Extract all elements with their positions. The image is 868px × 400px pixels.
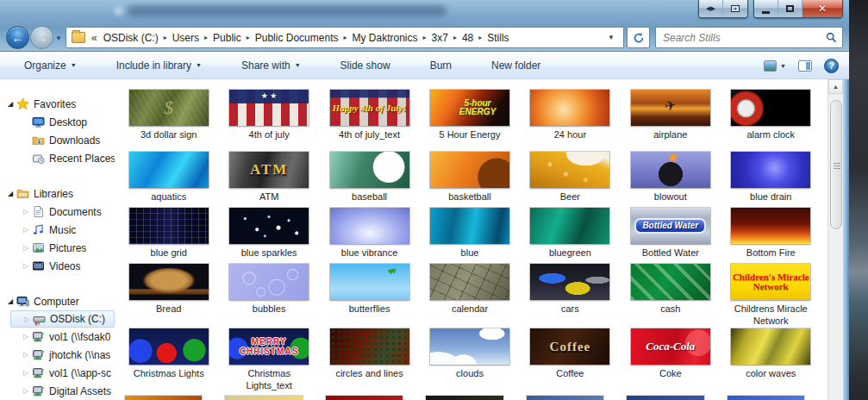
toolbar-button-burn[interactable]: Burn: [425, 56, 457, 75]
change-view-button[interactable]: ▼: [764, 60, 786, 72]
search-input[interactable]: [661, 31, 826, 45]
file-item-cars[interactable]: cars: [527, 264, 614, 328]
file-thumbnail-partial[interactable]: [326, 396, 403, 400]
file-item-airplane[interactable]: ✈airplane: [627, 90, 714, 152]
breadcrumb-item[interactable]: OSDisk (C:): [100, 29, 162, 47]
scrollbar-up-button[interactable]: ▲: [828, 79, 843, 94]
file-item-alarm-clock[interactable]: alarm clock: [727, 90, 815, 152]
file-item-cash[interactable]: cash: [627, 264, 714, 328]
toolbar-button-include-in-library[interactable]: Include in library▼: [111, 56, 207, 75]
toolbar-button-new-folder[interactable]: New folder: [486, 56, 546, 75]
file-item-5-hour-energy[interactable]: 5-hour ENERGY5 Hour Energy: [426, 90, 513, 152]
scrollbar-thumb[interactable]: [830, 100, 842, 229]
expander-collapsed-icon[interactable]: ▷: [21, 333, 31, 341]
breadcrumb-separator-icon[interactable]: ▸: [341, 34, 348, 41]
file-item-24-hour[interactable]: 24 hour: [527, 90, 614, 152]
breadcrumb-item[interactable]: My Daktronics: [349, 29, 422, 47]
expander-expanded-icon[interactable]: ◢: [5, 190, 16, 197]
breadcrumb-item[interactable]: 48: [459, 29, 477, 47]
file-item-bubbles[interactable]: bubbles: [225, 264, 312, 328]
file-item-blue-sparkles[interactable]: blue sparkles: [225, 208, 312, 264]
close-button[interactable]: ✕: [802, 0, 842, 17]
forward-button[interactable]: →: [30, 26, 53, 49]
file-item-bottled-water[interactable]: Bottled WaterBottled Water: [627, 208, 714, 264]
file-thumbnail-partial[interactable]: [727, 396, 804, 400]
sidebar-item-vol1-app-sc[interactable]: ▷vol1 (\\app-sc: [0, 364, 115, 382]
breadcrumb-item[interactable]: 3x7: [428, 29, 452, 47]
file-thumbnail-partial[interactable]: [125, 396, 202, 400]
breadcrumb-separator-icon[interactable]: ▸: [422, 34, 428, 41]
address-bar[interactable]: « OSDisk (C:)▸Users▸Public▸Public Docume…: [66, 27, 624, 48]
file-item-bottom-fire[interactable]: Bottom Fire: [727, 208, 815, 264]
expander-collapsed-icon[interactable]: ▷: [21, 208, 31, 216]
breadcrumb-item[interactable]: Public Documents: [252, 29, 342, 47]
sidebar-item-jhotchk-nas[interactable]: ▷jhotchk (\\nas: [0, 346, 115, 364]
sidebar-item-downloads[interactable]: Downloads: [0, 131, 115, 149]
file-item-calendar[interactable]: calendar: [426, 264, 513, 328]
toolbar-button-share-with[interactable]: Share with▼: [236, 56, 306, 75]
file-thumbnail-partial[interactable]: [426, 396, 503, 400]
file-item-aquatics[interactable]: aquatics: [125, 152, 212, 208]
help-button[interactable]: ?: [824, 59, 839, 73]
toolbar-button-slide-show[interactable]: Slide show: [335, 56, 396, 75]
sidebar-item-music[interactable]: ▷Music: [0, 221, 115, 239]
back-button[interactable]: ←: [6, 26, 29, 49]
refresh-button[interactable]: [627, 27, 650, 48]
recent-pages-dropdown[interactable]: ▼: [55, 34, 62, 42]
file-thumbnail-partial[interactable]: [627, 396, 703, 400]
minimize-button[interactable]: [754, 0, 778, 17]
preview-pane-button[interactable]: [798, 60, 812, 72]
expander-collapsed-icon[interactable]: ▷: [22, 316, 32, 323]
expander-collapsed-icon[interactable]: ▷: [21, 226, 31, 234]
breadcrumb-item[interactable]: Public: [209, 29, 245, 47]
vertical-scrollbar[interactable]: ▲: [827, 79, 843, 400]
breadcrumb-separator-icon[interactable]: ▸: [203, 34, 209, 41]
sidebar-item-digital-assets[interactable]: ▷Digital Assets: [0, 382, 115, 400]
file-item-4th-of-july-text[interactable]: Happy 4th of July!4th of july_text: [326, 90, 413, 152]
sidebar-item-videos[interactable]: ▷Videos: [0, 257, 115, 275]
file-item-blue-vibrance[interactable]: blue vibrance: [326, 208, 413, 264]
file-item-3d-dollar-sign[interactable]: $3d dollar sign: [125, 90, 212, 152]
expander-expanded-icon[interactable]: ◢: [5, 100, 16, 108]
breadcrumb-separator-icon[interactable]: ▸: [452, 34, 459, 41]
sidebar-item-osdisk-c-[interactable]: ▷OSDisk (C:): [10, 310, 115, 328]
file-item-color-waves[interactable]: color waves: [727, 328, 815, 396]
file-item-coke[interactable]: Coca-ColaCoke: [627, 328, 714, 396]
sidebar-item-libraries[interactable]: ◢Libraries: [0, 184, 115, 203]
file-item-bluegreen[interactable]: bluegreen: [527, 208, 614, 264]
file-item-christmas-lights-text[interactable]: MERRY CHRISTMASChristmas Lights_text: [225, 328, 312, 396]
file-thumbnail-partial[interactable]: [225, 396, 302, 400]
breadcrumb-item[interactable]: Stills: [484, 29, 512, 47]
file-item-atm[interactable]: ATMATM: [225, 152, 312, 208]
file-item-blue-drain[interactable]: blue drain: [727, 152, 815, 208]
sidebar-item-desktop[interactable]: Desktop: [0, 113, 115, 131]
expander-collapsed-icon[interactable]: ▷: [21, 244, 31, 252]
file-item-basketball[interactable]: basketball: [426, 152, 513, 208]
sidebar-item-documents[interactable]: ▷Documents: [0, 203, 115, 221]
sidebar-item-favorites[interactable]: ◢Favorites: [0, 95, 115, 113]
file-item-clouds[interactable]: clouds: [426, 328, 513, 396]
titlebar-arrows-button[interactable]: ◀▶: [699, 0, 723, 17]
file-item-circles-and-lines[interactable]: circles and lines: [326, 328, 413, 396]
address-dropdown-icon[interactable]: ▼: [603, 34, 620, 41]
file-item-butterflies[interactable]: ♥♥butterflies: [326, 264, 413, 328]
file-item-christmas-lights[interactable]: Christmas Lights: [125, 328, 212, 396]
file-item-4th-of-july[interactable]: ★ ★4th of july: [225, 90, 312, 152]
maximize-button[interactable]: [778, 0, 802, 17]
breadcrumb-separator-icon[interactable]: ▸: [245, 34, 252, 41]
expander-collapsed-icon[interactable]: ▷: [21, 262, 31, 270]
file-item-bread[interactable]: Bread: [125, 264, 212, 328]
sidebar-item-computer[interactable]: ◢Computer: [0, 292, 115, 310]
sidebar-item-vol1-fsdak0[interactable]: ▷vol1 (\\fsdak0: [0, 328, 115, 346]
toolbar-button-organize[interactable]: Organize▼: [19, 56, 82, 75]
expander-collapsed-icon[interactable]: ▷: [21, 351, 31, 359]
file-item-coffee[interactable]: CoffeeCoffee: [527, 328, 614, 396]
sidebar-item-pictures[interactable]: ▷Pictures: [0, 239, 115, 257]
file-item-blowout[interactable]: blowout: [627, 152, 714, 208]
breadcrumb-separator-icon[interactable]: ▸: [477, 34, 484, 41]
expander-expanded-icon[interactable]: ◢: [5, 297, 16, 305]
views-dropdown-caret-icon[interactable]: ▼: [780, 63, 786, 69]
expander-collapsed-icon[interactable]: ▷: [21, 387, 31, 395]
file-item-beer[interactable]: Beer: [527, 152, 614, 208]
file-item-childrens-miracle-network[interactable]: Children's Miracle NetworkChildrens Mira…: [727, 264, 815, 328]
